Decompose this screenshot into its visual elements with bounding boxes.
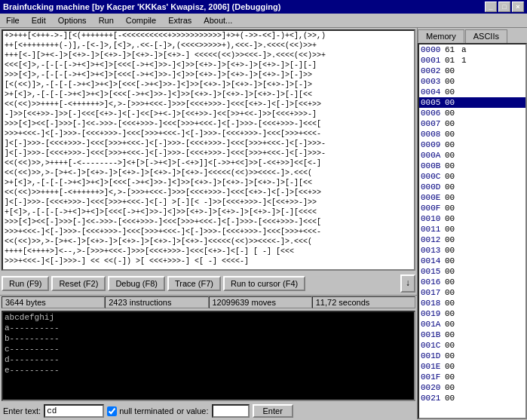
enter-text-label: Enter text:	[3, 406, 41, 415]
code-line: >>>+<<<-]<[-]>>>-[<<<+>>>-]<<<[>>>+<<<-]…	[3, 129, 414, 139]
menu-item-options[interactable]: Options	[55, 15, 90, 26]
memory-row[interactable]: 000900	[419, 139, 525, 150]
memory-row[interactable]: 000700	[419, 118, 525, 129]
text-input[interactable]	[44, 404, 104, 418]
code-line: <<(<<)>>,>++++[-<-------->]<+[>[->+<]>[-…	[3, 158, 414, 168]
mem-char	[461, 340, 476, 351]
code-line: ]<[-]>>>-[<<<+>>>-]<<<[>>>+<<<-]<[-]>>>-…	[3, 149, 414, 158]
mem-addr: 0011	[421, 224, 445, 235]
mem-val: 00	[445, 213, 461, 224]
code-area[interactable]: +>+++[<+++->-][<(+++++++[-<<<<<<<<<<+>>>…	[2, 29, 415, 271]
code-scroll[interactable]: +>+++[<+++->-][<(+++++++[-<<<<<<<<<<+>>>…	[3, 31, 414, 269]
memory-row[interactable]: 002100	[419, 393, 525, 403]
mem-addr: 0003	[421, 76, 445, 87]
memory-row[interactable]: 001000	[419, 213, 525, 224]
close-button[interactable]: ×	[512, 2, 524, 12]
menu-item-extras[interactable]: Extras	[165, 15, 195, 26]
menu-item-edit[interactable]: Edit	[29, 15, 49, 26]
mem-char	[461, 308, 476, 319]
memory-row[interactable]: 000A00	[419, 150, 525, 161]
memory-row[interactable]: 000800	[419, 129, 525, 139]
mem-val: 00	[445, 224, 461, 235]
left-panel: +>+++[<+++->-][<(+++++++[-<<<<<<<<<<+>>>…	[0, 28, 418, 419]
mem-addr: 0009	[421, 139, 445, 150]
memory-row[interactable]: 000F00	[419, 203, 525, 213]
trace-button[interactable]: Trace (F7)	[167, 276, 221, 291]
memory-row[interactable]: 000E00	[419, 192, 525, 203]
memory-row[interactable]: 000C00	[419, 171, 525, 182]
code-line: >>>[<]><<[-]>>>[-]<<->>>-[<<<+>>>-]<<<[>…	[3, 217, 414, 227]
memory-row[interactable]: 001100	[419, 224, 525, 235]
reset-button[interactable]: Reset (F2)	[51, 276, 106, 291]
memory-row[interactable]: 001700	[419, 287, 525, 298]
tab-ascii[interactable]: ASCIIs	[465, 29, 507, 43]
mem-char	[461, 277, 476, 287]
menu-item-compile[interactable]: Compile	[123, 15, 159, 26]
mem-char	[461, 150, 476, 161]
mem-char	[461, 87, 476, 97]
mem-addr: 0020	[421, 382, 445, 393]
tabs-row: Memory ASCIIs	[418, 28, 527, 43]
output-line: d----------	[3, 354, 414, 365]
memory-row[interactable]: 001D00	[419, 351, 525, 361]
run-button[interactable]: Run (F9)	[2, 276, 49, 291]
memory-row[interactable]: 000500	[419, 97, 525, 108]
output-line: c----------	[3, 344, 414, 354]
mem-val: 00	[445, 150, 461, 161]
memory-row[interactable]: 001E00	[419, 361, 525, 372]
scroll-down-button[interactable]: ↓	[400, 274, 415, 293]
memory-row[interactable]: 001200	[419, 235, 525, 245]
memory-row[interactable]: 001B00	[419, 330, 525, 340]
tab-memory[interactable]: Memory	[418, 29, 464, 43]
menu-item-run[interactable]: Run	[96, 15, 117, 26]
mem-char	[461, 319, 476, 330]
maximize-button[interactable]: □	[498, 2, 510, 12]
memory-row[interactable]: 000061a	[419, 44, 525, 55]
memory-row[interactable]: 001F00	[419, 372, 525, 382]
memory-row[interactable]: 001A00	[419, 319, 525, 330]
memory-row[interactable]: 000400	[419, 87, 525, 97]
mem-char	[461, 224, 476, 235]
memory-row[interactable]: 000200	[419, 66, 525, 76]
memory-row[interactable]: 001800	[419, 298, 525, 308]
menu-item-about[interactable]: About...	[201, 15, 235, 26]
memory-row[interactable]: 001900	[419, 308, 525, 319]
memory-table[interactable]: 000061a000101100020000030000040000050000…	[418, 43, 527, 419]
menu-item-file[interactable]: File	[3, 15, 23, 26]
mem-char	[461, 161, 476, 171]
mem-char	[461, 66, 476, 76]
memory-row[interactable]: 000600	[419, 108, 525, 118]
mem-char	[461, 108, 476, 118]
enter-button[interactable]: Enter	[253, 404, 293, 418]
debug-button[interactable]: Debug (F8)	[108, 276, 165, 291]
mem-val: 00	[445, 277, 461, 287]
memory-row[interactable]: 001500	[419, 266, 525, 277]
null-terminated-checkbox[interactable]	[107, 406, 117, 416]
mem-val: 00	[445, 171, 461, 182]
mem-val: 01	[445, 55, 461, 66]
mem-val: 61	[445, 44, 461, 55]
run-to-cursor-button[interactable]: Run to cursor (F4)	[223, 276, 305, 291]
code-line: >>>[<]>,-[-[-[->+<]>+<]>[<<<[->+<]>>-]<]…	[3, 70, 414, 80]
memory-row[interactable]: 002000	[419, 382, 525, 393]
value-input[interactable]	[212, 404, 250, 418]
memory-row[interactable]: 001300	[419, 245, 525, 256]
mem-val: 00	[445, 382, 461, 393]
mem-addr: 0018	[421, 298, 445, 308]
memory-row[interactable]: 000D00	[419, 182, 525, 192]
memory-row[interactable]: 000300	[419, 76, 525, 87]
mem-addr: 0002	[421, 66, 445, 76]
code-line: >>>[<]><<[-]>>>[-]<<->>>-[<<<+>>>-]<<<[>…	[3, 119, 414, 129]
memory-row[interactable]: 0001011	[419, 55, 525, 66]
memory-row[interactable]: 001C00	[419, 340, 525, 351]
minimize-button[interactable]: _	[485, 2, 497, 12]
mem-addr: 0004	[421, 87, 445, 97]
code-line: ]<[-]>>>-[<<<+>>>-]<<<[>>>+<<<-]<[-] >[-…	[3, 198, 414, 207]
memory-row[interactable]: 001600	[419, 277, 525, 287]
code-line: <<(<<)>>++++[-<++++++>]<,>-[>>>+<<<-]>>>…	[3, 100, 414, 109]
input-row: Enter text: null terminated or value: En…	[0, 403, 417, 419]
memory-row[interactable]: 000B00	[419, 161, 525, 171]
memory-row[interactable]: 001400	[419, 256, 525, 266]
mem-char	[461, 266, 476, 277]
null-terminated-label: null terminated	[119, 406, 173, 415]
